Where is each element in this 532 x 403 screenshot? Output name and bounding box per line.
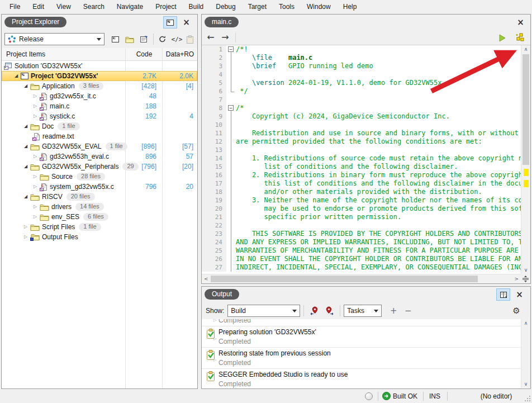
paste-button[interactable] (183, 32, 197, 46)
tree-row-application[interactable]: ◢Application3 files[428][4] (2, 81, 197, 91)
build-macros-icon[interactable] (515, 33, 525, 42)
show-select[interactable]: Build (227, 305, 300, 317)
back-button[interactable]: ← (204, 32, 217, 42)
scroll-down-icon[interactable]: ∨ (521, 267, 530, 273)
new-project-button[interactable] (108, 32, 123, 46)
menu-tools[interactable]: Tools (273, 1, 301, 13)
build-configuration-select[interactable]: Release (4, 33, 104, 45)
column-dataro[interactable]: Data+RO (163, 50, 197, 58)
menu-navigate[interactable]: Navigate (111, 1, 149, 13)
tree-row-main-c[interactable]: ▷cmain.c188 (2, 101, 197, 111)
refresh-button[interactable] (155, 32, 170, 46)
expand-icon[interactable]: ▷ (32, 101, 39, 111)
close-panel-button[interactable]: × (179, 16, 193, 29)
resize-grip[interactable] (525, 396, 530, 401)
scrollbar-thumb[interactable] (522, 54, 529, 165)
collapse-icon[interactable]: ◢ (22, 141, 29, 151)
expand-icon[interactable]: ▷ (22, 222, 29, 232)
tree-row-gd32vw55x-peripherals[interactable]: ◢GD32VW55x_Peripherals29[796][20] (2, 162, 197, 172)
collapse-region-icon[interactable]: − (228, 46, 234, 52)
column-code[interactable]: Code (126, 50, 163, 58)
editor-horizontal-scrollbar[interactable]: < > (202, 274, 521, 283)
collapse-icon[interactable]: ◢ (22, 162, 29, 172)
menu-file[interactable]: File (3, 1, 26, 13)
add-task-button[interactable]: + (386, 304, 401, 317)
tree-row-drivers[interactable]: ▷drivers14 files (2, 202, 197, 212)
expand-icon[interactable]: ▷ (32, 111, 39, 121)
project-explorer-tab[interactable]: Project Explorer (4, 17, 66, 27)
code-editor[interactable]: 1−/*!2 \file main.c3 \brief GPIO running… (202, 45, 521, 274)
output-settings-button[interactable]: ⚙ (509, 304, 524, 317)
scrollbar-thumb[interactable] (211, 276, 478, 282)
scroll-up-icon[interactable]: ∧ (521, 46, 530, 52)
close-output-button[interactable]: × (512, 288, 526, 301)
menu-edit[interactable]: Edit (26, 1, 50, 13)
pin-panel-button[interactable] (163, 16, 177, 29)
scroll-down-icon[interactable]: ∨ (521, 381, 530, 387)
new-folder-button[interactable] (122, 32, 137, 46)
menu-build[interactable]: Build (183, 1, 210, 13)
expand-icon[interactable]: ▷ (22, 232, 29, 242)
tasks-select[interactable]: Tasks (344, 305, 382, 317)
tree-row-gd32vw55x-eval[interactable]: ◢GD32VW55x_EVAL1 file[896][57] (2, 141, 197, 151)
collapse-icon[interactable]: ◢ (22, 121, 29, 131)
menu-project[interactable]: Project (149, 1, 182, 13)
scroll-up-icon[interactable]: ∧ (521, 320, 530, 326)
tree-row-systick-c[interactable]: ▷csystick.c1924 (2, 111, 197, 121)
tree-row-gd32vw55x-it-c[interactable]: ▷cgd32vw55x_it.c48 (2, 91, 197, 101)
editor-vertical-scrollbar[interactable]: ∧ ∨ (521, 45, 530, 274)
close-editor-button[interactable]: × (514, 16, 528, 29)
expand-icon[interactable]: ▷ (213, 358, 216, 362)
menu-target[interactable]: Target (242, 1, 273, 13)
expand-icon[interactable]: ▷ (32, 91, 39, 101)
output-vertical-scrollbar[interactable]: ∧ ∨ (521, 319, 530, 388)
tree-row-system-gd32vw55x-c[interactable]: ▷csystem_gd32vw55x.c79620 (2, 182, 197, 192)
expand-icon[interactable]: ▷ (213, 336, 216, 341)
output-tab[interactable]: Output (205, 289, 239, 300)
expand-icon[interactable]: ▷ (32, 151, 39, 162)
menu-search[interactable]: Search (77, 1, 111, 13)
collapse-icon[interactable]: ◢ (22, 192, 29, 202)
output-item-partial[interactable]: ▷Completed (202, 319, 521, 326)
previous-bookmark-button[interactable] (307, 304, 322, 317)
tree-row-gd32vw553h-eval-c[interactable]: ▷cgd32vw553h_eval.c89657 (2, 151, 197, 162)
output-item[interactable]: Preparing solution 'GD32VW55x'▷Completed (202, 326, 521, 348)
tree-row-script-files[interactable]: ▷Script Files1 file (2, 222, 197, 232)
menu-debug[interactable]: Debug (210, 1, 241, 13)
menu-help[interactable]: Help (337, 1, 363, 13)
remove-task-button[interactable]: − (401, 304, 415, 317)
insert-mode-indicator[interactable]: INS (429, 392, 440, 400)
tree-row-riscv[interactable]: ◢RISCV20 files (2, 192, 197, 202)
tree-row-source[interactable]: ▷Source28 files (2, 172, 197, 182)
collapse-icon[interactable]: ◢ (22, 81, 29, 91)
menu-window[interactable]: Window (301, 1, 337, 13)
scroll-right-icon[interactable]: > (514, 276, 519, 282)
forward-button[interactable]: → (218, 32, 232, 42)
edit-code-button[interactable]: </> (170, 32, 184, 46)
fold-toggle[interactable]: − (226, 45, 236, 54)
tree-row-solution-gd32vw55x[interactable]: Solution 'GD32VW55x' (2, 61, 197, 71)
tree-row-env-ses[interactable]: ▷env_SES6 files (2, 212, 197, 222)
collapse-icon[interactable]: ◢ (13, 71, 20, 81)
next-bookmark-button[interactable] (322, 304, 336, 317)
split-editor-button[interactable] (521, 274, 530, 283)
menu-view[interactable]: View (50, 1, 77, 13)
expand-icon[interactable]: ▷ (32, 172, 39, 182)
build-status[interactable]: Built OK (393, 392, 417, 400)
tree-row-output-files[interactable]: ▷Output Files (2, 232, 197, 242)
tree-row-project-gd32vw55x[interactable]: ◢Project 'GD32VW55x'2.7K2.0K (2, 71, 197, 81)
expand-icon[interactable]: ▷ (32, 182, 39, 192)
open-log-button[interactable] (496, 288, 510, 301)
fold-toggle[interactable]: − (226, 104, 236, 112)
output-item[interactable]: Restoring state from previous session▷Co… (202, 348, 521, 369)
project-properties-button[interactable] (137, 32, 151, 46)
editor-tab-main-c[interactable]: main.c (205, 17, 239, 27)
expand-icon[interactable]: ▷ (32, 212, 39, 222)
expand-icon[interactable]: ▷ (32, 202, 39, 212)
tree-row-doc[interactable]: ◢Doc1 file (2, 121, 197, 131)
collapse-region-icon[interactable]: − (228, 105, 234, 111)
output-item[interactable]: SEGGER Embedded Studio is ready to useCo… (202, 369, 521, 388)
play-icon[interactable] (499, 34, 506, 42)
tree-row-readme-txt[interactable]: readme.txt (2, 131, 197, 141)
column-project-items[interactable]: Project Items (6, 50, 45, 58)
